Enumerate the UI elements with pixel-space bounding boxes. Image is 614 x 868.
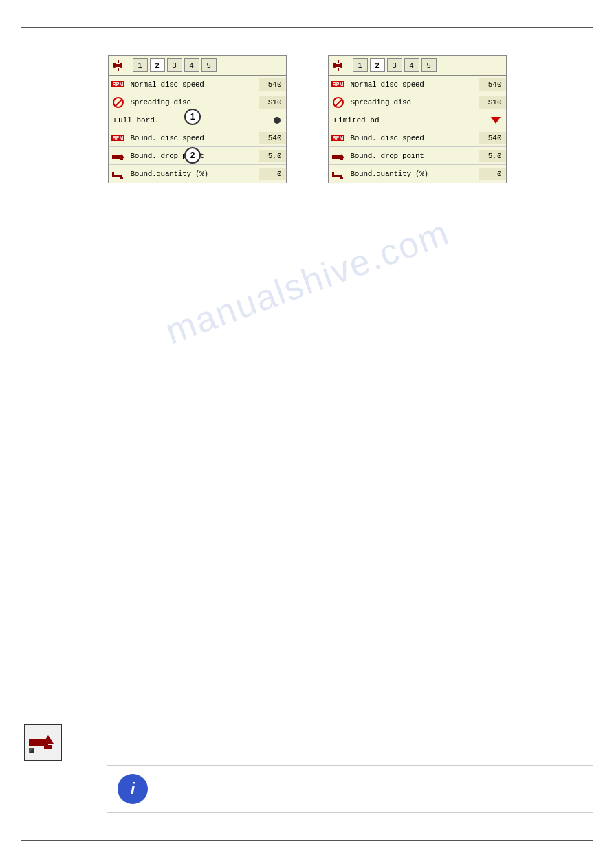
drop-point-icon-2 [329, 148, 348, 164]
bound-quantity-icon-2 [329, 166, 348, 181]
watermark: manualshive.com [160, 211, 454, 352]
panel-left-tab-4[interactable]: 4 [184, 58, 199, 72]
limited-bd-label: Limited bd [334, 116, 380, 124]
panel-right-tab-5[interactable]: 5 [421, 58, 437, 72]
full-bord-label: Full bord. [114, 116, 160, 124]
svg-rect-23 [44, 745, 52, 749]
panel-right-tab-1[interactable]: 1 [353, 58, 368, 72]
spreading-disc-icon-1 [109, 96, 128, 109]
callout-1: 1 [184, 109, 201, 125]
bottom-rule [21, 840, 593, 841]
top-rule [21, 27, 593, 28]
info-text [158, 775, 582, 803]
right-normal-disc-speed-value: 540 [479, 78, 506, 91]
panel-left-row-spreading-disc: Spreading disc S10 [109, 93, 286, 111]
svg-rect-14 [338, 60, 339, 63]
panel-left-tab-3[interactable]: 3 [167, 58, 182, 72]
callout-2: 2 [184, 147, 201, 164]
panel-right-row-spreading-disc: Spreading disc S10 [329, 93, 506, 111]
svg-rect-20 [332, 172, 334, 175]
panel-left-settings-icon [111, 58, 128, 72]
bound-disc-speed-value: 540 [259, 132, 286, 144]
panel-right-row-bound-disc-speed: RPM Bound. disc speed 540 [329, 129, 506, 147]
bound-disc-speed-label: Bound. disc speed [128, 132, 259, 144]
limited-bd-triangle [491, 117, 501, 124]
rpm-icon-1: RPM [109, 80, 128, 89]
info-box: i [107, 765, 593, 813]
panel-right-settings-icon [331, 58, 348, 72]
right-spreading-disc-label: Spreading disc [348, 96, 479, 109]
svg-rect-10 [120, 177, 123, 179]
drop-point-icon-1 [109, 148, 128, 164]
panel-right-tab-4[interactable]: 4 [404, 58, 419, 72]
panel-left-tabs: 1 2 3 4 5 [109, 56, 286, 76]
bound-drop-point-value: 5,0 [259, 150, 286, 162]
panel-right-tab-2[interactable]: 2 [370, 58, 385, 72]
full-bord-indicator [274, 117, 281, 124]
right-bound-quantity-value: 0 [479, 168, 506, 180]
spreading-disc-icon-2 [329, 96, 348, 109]
panel-right: 1 2 3 4 5 RPM Normal disc speed 540 Spre… [328, 55, 507, 183]
panel-left-row-bound-quantity: Bound.quantity (%) 0 [109, 165, 286, 183]
svg-rect-17 [340, 158, 343, 160]
spreading-disc-label: Spreading disc [128, 96, 259, 109]
svg-rect-15 [338, 68, 339, 71]
right-bound-drop-point-value: 5,0 [479, 150, 506, 162]
svg-rect-6 [120, 158, 123, 160]
panel-right-row-limited-bd: Limited bd [329, 111, 506, 129]
right-bound-disc-speed-label: Bound. disc speed [348, 132, 479, 144]
panel-left-tab-2[interactable]: 2 [150, 58, 165, 72]
svg-rect-2 [120, 63, 122, 68]
svg-rect-13 [340, 63, 342, 68]
svg-rect-12 [333, 63, 336, 68]
large-bottom-icon [24, 724, 62, 761]
panel-right-row-bound-quantity: Bound.quantity (%) 0 [329, 165, 506, 183]
spreading-disc-value: S10 [259, 96, 286, 109]
panel-right-row-normal-disc-speed: RPM Normal disc speed 540 [329, 76, 506, 93]
panel-right-row-bound-drop-point: Bound. drop point 5,0 [329, 147, 506, 165]
info-icon: i [118, 774, 148, 804]
right-bound-disc-speed-value: 540 [479, 132, 506, 144]
rpm-icon-3: RPM [329, 80, 348, 89]
bound-quantity-value: 0 [259, 168, 286, 180]
panels-container: 1 2 3 4 5 RPM Normal disc speed 540 Spre… [0, 55, 614, 183]
right-spreading-disc-value: S10 [479, 96, 506, 109]
panel-left-row-normal-disc-speed: RPM Normal disc speed 540 [109, 76, 286, 93]
svg-rect-21 [340, 177, 343, 179]
svg-rect-9 [112, 172, 114, 175]
rpm-icon-2: RPM [109, 133, 128, 142]
normal-disc-speed-label: Normal disc speed [128, 78, 259, 91]
panel-right-tabs: 1 2 3 4 5 [329, 56, 506, 76]
panel-left-tab-1[interactable]: 1 [133, 58, 148, 72]
panel-left-tab-5[interactable]: 5 [201, 58, 217, 72]
right-bound-drop-point-label: Bound. drop point [348, 150, 479, 162]
limited-bd-content: Limited bd [329, 114, 506, 126]
right-bound-quantity-label: Bound.quantity (%) [348, 168, 479, 180]
bound-quantity-label: Bound.quantity (%) [128, 168, 259, 180]
svg-rect-1 [113, 63, 116, 68]
panel-right-tab-3[interactable]: 3 [387, 58, 402, 72]
rpm-icon-4: RPM [329, 133, 348, 142]
bound-quantity-icon-1 [109, 166, 128, 181]
svg-rect-3 [118, 60, 119, 63]
svg-rect-4 [118, 68, 119, 71]
right-normal-disc-speed-label: Normal disc speed [348, 78, 479, 91]
normal-disc-speed-value: 540 [259, 78, 286, 91]
panel-left-row-bound-disc-speed: RPM Bound. disc speed 540 [109, 129, 286, 147]
